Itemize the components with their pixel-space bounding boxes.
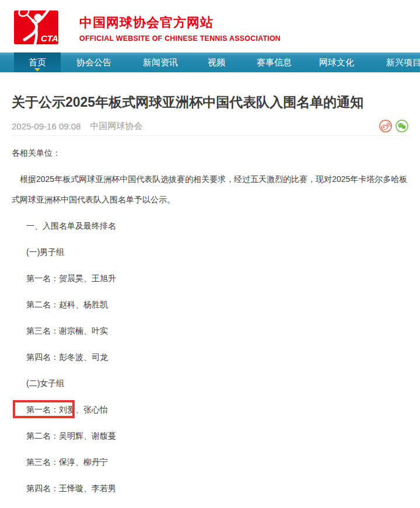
- mens-rank-4: 第四名：彭冬波、司龙: [12, 347, 408, 367]
- mens-group-heading: (一)男子组: [12, 242, 408, 262]
- nav-item-label: 网球文化: [319, 57, 354, 67]
- logo-text: CTA: [41, 33, 58, 43]
- intro-paragraph: 根据2025年板式网球亚洲杯中国代表队选拔赛的相关要求，经过五天激烈的比赛，现对…: [12, 169, 408, 210]
- publish-source: 中国网球协会: [90, 121, 142, 132]
- mens-rank-1: 第一名：贺晨昊、王旭升: [12, 268, 408, 289]
- share-buttons: [379, 120, 408, 132]
- section-heading: 一、入围名单及最终排名: [12, 216, 408, 236]
- womens-rank-4: 第四名：王怿璇、李若男: [12, 478, 408, 499]
- site-subtitle: OFFICIAL WEBSITE OF CHINESE TENNIS ASSOC…: [79, 34, 281, 43]
- womens-rank-1: 第一名：刘爱、张心怡: [12, 400, 408, 420]
- publish-date: 2025-09-16 09:08: [12, 121, 80, 131]
- main-nav: 首页 协会公告 新闻资讯 视频 赛事信息 网球文化 新兴项目: [0, 52, 420, 72]
- article-body: 各相关单位： 根据2025年板式网球亚洲杯中国代表队选拔赛的相关要求，经过五天激…: [12, 136, 408, 499]
- nav-item-events[interactable]: 赛事信息: [251, 52, 298, 72]
- weibo-share-icon[interactable]: [379, 120, 392, 132]
- nav-item-label: 协会公告: [76, 57, 111, 67]
- tennis-player-logo-icon: CTA: [10, 3, 64, 51]
- womens-rank-1-rest-text: 张心怡: [83, 405, 108, 414]
- site-title: 中国网球协会官方网站: [79, 15, 281, 30]
- womens-rank-1-boxed-text: 第一名：刘爱、: [26, 405, 83, 414]
- nav-item-video[interactable]: 视频: [193, 52, 240, 72]
- salutation: 各相关单位：: [12, 143, 408, 163]
- womens-rank-3: 第三名：保淳、柳丹宁: [12, 452, 408, 472]
- wechat-share-icon[interactable]: [396, 120, 408, 132]
- article-meta: 2025-09-16 09:08 中国网球协会: [12, 120, 408, 136]
- nav-item-label: 视频: [208, 57, 225, 67]
- nav-item-label: 赛事信息: [257, 57, 292, 67]
- nav-item-news[interactable]: 新闻资讯: [137, 52, 184, 72]
- mens-rank-3: 第三名：谢宗楠、叶实: [12, 321, 408, 341]
- nav-item-emerging-sports[interactable]: 新兴项目: [380, 52, 420, 72]
- nav-item-label: 新兴项目: [386, 57, 420, 67]
- nav-item-label: 首页: [29, 57, 46, 67]
- nav-item-announcements[interactable]: 协会公告: [71, 52, 117, 72]
- nav-item-home[interactable]: 首页: [14, 52, 61, 72]
- active-indicator-triangle-icon: [34, 68, 40, 71]
- article: 关于公示2025年板式网球亚洲杯中国代表队入围名单的通知 2025-09-16 …: [0, 93, 420, 499]
- nav-item-tennis-culture[interactable]: 网球文化: [313, 52, 360, 72]
- mens-rank-2: 第二名：赵科、杨胜凯: [12, 295, 408, 315]
- womens-rank-2: 第二名：吴明辉、谢馥蔓: [12, 426, 408, 446]
- nav-item-label: 新闻资讯: [143, 57, 178, 67]
- site-header: CTA 中国网球协会官方网站 OFFICIAL WEBSITE OF CHINE…: [0, 0, 420, 52]
- womens-group-heading: (二)女子组: [12, 373, 408, 394]
- cta-logo[interactable]: CTA: [10, 3, 64, 51]
- article-title: 关于公示2025年板式网球亚洲杯中国代表队入围名单的通知: [12, 93, 408, 111]
